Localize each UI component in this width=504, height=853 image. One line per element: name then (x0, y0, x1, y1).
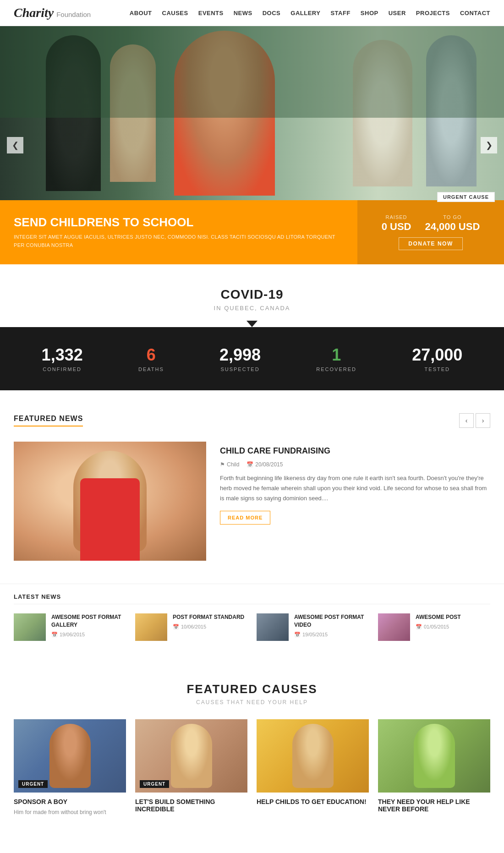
latest-news-title: LATEST NEWS (14, 593, 490, 604)
stat-recovered-label: RECOVERED (316, 366, 356, 372)
news-excerpt: Forth fruit beginning life likeness dry … (220, 473, 490, 503)
cause-title-3: HELP CHILDS TO GET EDUCATION! (257, 798, 369, 805)
cause-card-2: URGENT LET'S BUILD SOMETHING INCREDIBLE (135, 719, 247, 822)
latest-date-4: 📅 01/05/2015 (416, 624, 461, 630)
nav-projects[interactable]: PROJECTS (416, 10, 450, 16)
cause-badge-2: URGENT (140, 780, 169, 788)
news-meta: ⚑ Child 📅 20/08/2015 (220, 461, 490, 468)
news-category: ⚑ Child (220, 461, 239, 468)
covid-title: COVID-19 (14, 287, 490, 302)
latest-thumb-4 (378, 613, 410, 641)
cause-title-4: THEY NEED YOUR HELP LIKE NEVER BEFORE (378, 798, 490, 813)
main-nav: ABOUT CAUSES EVENTS NEWS DOCS GALLERY ST… (130, 10, 490, 16)
cause-card-1: URGENT SPONSOR A BOY Him for made from w… (14, 719, 126, 822)
cause-body-1: SPONSOR A BOY Him for made from without … (14, 793, 126, 822)
hero-cause-desc: INTEGER SIT AMET AUGUE IACULIS, ULTRICES… (14, 233, 344, 249)
nav-about[interactable]: ABOUT (130, 10, 152, 16)
stat-recovered: 1 RECOVERED (316, 345, 356, 372)
cause-card-4: THEY NEED YOUR HELP LIKE NEVER BEFORE (378, 719, 490, 822)
latest-title-1: AWESOME POST FORMAT GALLERY (51, 613, 126, 629)
featured-causes-section: FEATURED CAUSES CAUSES THAT NEED YOUR HE… (0, 659, 504, 845)
logo-text: Charity (14, 5, 54, 20)
cause-image-4 (378, 719, 490, 793)
stat-tested-label: TESTED (412, 366, 462, 372)
list-item: POST FORMAT STANDARD 📅 10/06/2015 (135, 613, 247, 641)
list-item: AWESOME POST FORMAT GALLERY 📅 19/06/2015 (14, 613, 126, 641)
latest-date-1: 📅 19/06/2015 (51, 632, 126, 638)
latest-content-2: POST FORMAT STANDARD 📅 10/06/2015 (173, 613, 244, 630)
donate-button[interactable]: DONATE NOW (399, 237, 462, 250)
cause-title-1: SPONSOR A BOY (14, 798, 126, 805)
nav-docs[interactable]: DOCS (263, 10, 281, 16)
list-item: AWESOME POST FORMAT VIDEO 📅 19/05/2015 (257, 613, 369, 641)
read-more-button[interactable]: READ MORE (220, 511, 270, 525)
tag-icon: ⚑ (220, 461, 225, 468)
cause-body-2: LET'S BUILD SOMETHING INCREDIBLE (135, 793, 247, 821)
hero-next-button[interactable]: ❯ (481, 137, 497, 153)
hero-prev-button[interactable]: ❮ (7, 137, 23, 153)
calendar-icon: 📅 (173, 624, 179, 630)
stat-tested: 27,000 TESTED (412, 345, 462, 372)
featured-causes-title: FEATURED CAUSES (14, 682, 490, 696)
latest-title-3: AWESOME POST FORMAT VIDEO (294, 613, 369, 629)
urgent-badge: URGENT CAUSE (437, 192, 495, 202)
togo-stat: TO GO 24,000 USD (425, 214, 480, 233)
hero-panel-left: SEND CHILDRENS TO SCHOOL INTEGER SIT AME… (0, 200, 357, 264)
nav-gallery[interactable]: GALLERY (290, 10, 320, 16)
latest-content-3: AWESOME POST FORMAT VIDEO 📅 19/05/2015 (294, 613, 369, 638)
nav-contact[interactable]: CONTACT (460, 10, 490, 16)
cause-title-2: LET'S BUILD SOMETHING INCREDIBLE (135, 798, 247, 813)
calendar-icon: 📅 (294, 632, 301, 638)
latest-news-section: LATEST NEWS AWESOME POST FORMAT GALLERY … (0, 584, 504, 659)
hero-panel: SEND CHILDRENS TO SCHOOL INTEGER SIT AME… (0, 200, 504, 264)
latest-thumb-2 (135, 613, 167, 641)
nav-user[interactable]: USER (389, 10, 406, 16)
site-header: Charity Foundation ABOUT CAUSES EVENTS N… (0, 0, 504, 26)
news-nav-arrows: ‹ › (459, 413, 490, 428)
latest-content-4: AWESOME POST 📅 01/05/2015 (416, 613, 461, 630)
stats-bar: 1,332 CONFIRMED 6 DEATHS 2,998 SUSPECTED… (0, 327, 504, 390)
nav-causes[interactable]: CAUSES (162, 10, 188, 16)
latest-date-2: 📅 10/06/2015 (173, 624, 244, 630)
stat-suspected-label: SUSPECTED (219, 366, 261, 372)
covid-section: COVID-19 IN QUEBEC, CANADA (0, 264, 504, 327)
cause-body-3: HELP CHILDS TO GET EDUCATION! (257, 793, 369, 814)
nav-news[interactable]: NEWS (234, 10, 252, 16)
news-featured-image (14, 442, 206, 561)
covid-subtitle: IN QUEBEC, CANADA (14, 305, 490, 312)
news-article-title: CHILD CARE FUNDRAISING (220, 446, 490, 456)
nav-staff[interactable]: STAFF (330, 10, 350, 16)
news-date: 📅 20/08/2015 (247, 461, 283, 468)
cause-image-2: URGENT (135, 719, 247, 793)
featured-news-title: FEATURED NEWS (14, 415, 83, 426)
stat-confirmed-label: CONFIRMED (42, 366, 83, 372)
latest-date-3: 📅 19/05/2015 (294, 632, 369, 638)
cause-image-1: URGENT (14, 719, 126, 793)
calendar-icon: 📅 (51, 632, 58, 638)
raised-stat: RAISED 0 USD (382, 214, 411, 233)
featured-news-section: FEATURED NEWS ‹ › CHILD CARE FUNDRAISING… (0, 390, 504, 584)
stat-recovered-number: 1 (316, 345, 356, 365)
cause-desc-1: Him for made from without bring won't (14, 808, 126, 816)
news-prev-button[interactable]: ‹ (459, 413, 474, 428)
featured-news-header: FEATURED NEWS ‹ › (14, 413, 490, 428)
nav-shop[interactable]: SHOP (361, 10, 378, 16)
stat-confirmed-number: 1,332 (42, 345, 83, 365)
stat-suspected-number: 2,998 (219, 345, 261, 365)
latest-title-2: POST FORMAT STANDARD (173, 613, 244, 621)
news-featured: CHILD CARE FUNDRAISING ⚑ Child 📅 20/08/2… (14, 442, 490, 561)
hero-stats: RAISED 0 USD TO GO 24,000 USD (368, 214, 493, 233)
hero-panel-right: URGENT CAUSE RAISED 0 USD TO GO 24,000 U… (357, 200, 504, 264)
cause-body-4: THEY NEED YOUR HELP LIKE NEVER BEFORE (378, 793, 490, 821)
list-item: AWESOME POST 📅 01/05/2015 (378, 613, 490, 641)
stat-suspected: 2,998 SUSPECTED (219, 345, 261, 372)
stat-deaths: 6 DEATHS (138, 345, 164, 372)
nav-events[interactable]: EVENTS (198, 10, 224, 16)
covid-arrow-down (247, 321, 257, 327)
latest-content-1: AWESOME POST FORMAT GALLERY 📅 19/06/2015 (51, 613, 126, 638)
news-next-button[interactable]: › (476, 413, 490, 428)
hero-section: ❮ ❯ SEND CHILDRENS TO SCHOOL INTEGER SIT… (0, 26, 504, 264)
causes-grid: URGENT SPONSOR A BOY Him for made from w… (14, 719, 490, 822)
calendar-icon: 📅 (416, 624, 422, 630)
stat-deaths-label: DEATHS (138, 366, 164, 372)
